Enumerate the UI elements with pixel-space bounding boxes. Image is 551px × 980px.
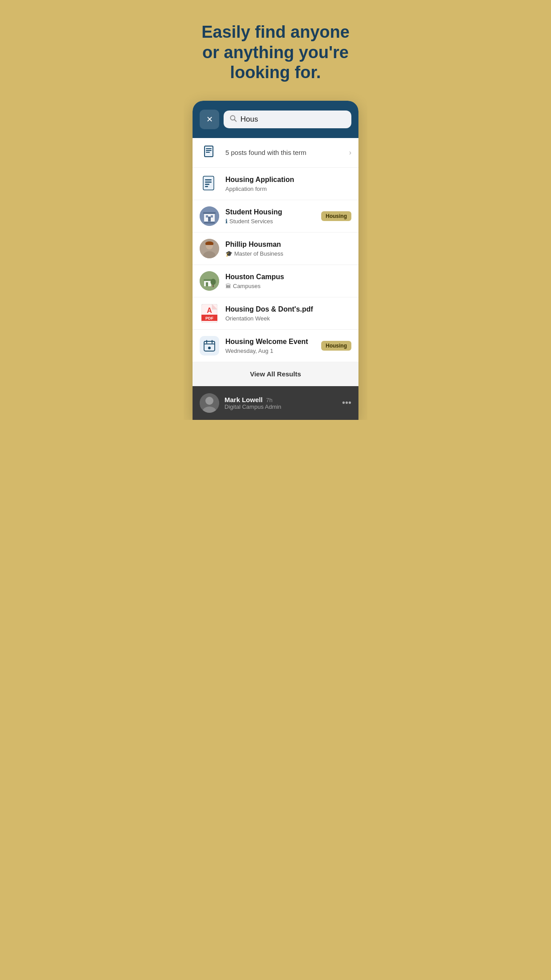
avatar-student-housing <box>200 206 219 226</box>
search-icon <box>230 115 237 124</box>
result-title: Housing Application <box>225 175 351 185</box>
svg-rect-14 <box>206 215 208 217</box>
result-housing-application[interactable]: Housing Application Application form <box>193 168 358 200</box>
view-all-label: View All Results <box>250 370 301 378</box>
result-subtitle: Orientation Week <box>225 315 351 322</box>
info-icon: ℹ <box>225 218 228 225</box>
svg-rect-3 <box>206 148 212 149</box>
search-row: ✕ Hous <box>200 110 351 138</box>
event-icon <box>200 336 219 356</box>
result-student-housing[interactable]: Student Housing ℹ Student Services Housi… <box>193 200 358 233</box>
svg-point-28 <box>211 279 216 285</box>
housing-tag-2: Housing <box>321 341 351 351</box>
result-text-houston: Houston Campus 🏛 Campuses <box>225 273 351 289</box>
hero-section: Easily find anyone or anything you're lo… <box>184 0 367 101</box>
svg-rect-9 <box>205 184 209 185</box>
view-all-button[interactable]: View All Results <box>193 362 358 386</box>
svg-line-1 <box>235 119 236 121</box>
svg-rect-26 <box>206 282 208 286</box>
svg-rect-7 <box>205 179 212 181</box>
doc-icon <box>200 174 219 194</box>
svg-rect-25 <box>204 279 212 281</box>
result-title: Housing Welcome Event <box>225 337 315 347</box>
result-text-housing-application: Housing Application Application form <box>225 175 351 192</box>
result-subtitle: ℹ Student Services <box>225 218 315 225</box>
chevron-right-icon: › <box>349 149 351 157</box>
campus-icon: 🏛 <box>225 283 231 289</box>
page-wrapper: Easily find anyone or anything you're lo… <box>184 0 367 420</box>
result-housing-event[interactable]: Housing Welcome Event Wednesday, Aug 1 H… <box>193 330 358 362</box>
svg-rect-13 <box>203 212 216 214</box>
svg-point-40 <box>208 347 211 349</box>
result-text-event: Housing Welcome Event Wednesday, Aug 1 <box>225 337 315 354</box>
housing-tag-1: Housing <box>321 211 351 221</box>
result-title: Housing Dos & Dont's.pdf <box>225 305 351 314</box>
result-subtitle: 🏛 Campuses <box>225 283 351 289</box>
svg-rect-16 <box>208 217 211 221</box>
posts-found-icon <box>200 145 219 160</box>
posts-found-text: 5 posts found with this term <box>225 149 343 156</box>
result-text-phillip: Phillip Housman 🎓 Master of Business <box>225 240 351 257</box>
svg-text:PDF: PDF <box>205 316 214 320</box>
posts-found-row[interactable]: 5 posts found with this term › <box>193 138 358 168</box>
svg-rect-15 <box>211 215 213 217</box>
svg-rect-17 <box>204 222 215 223</box>
user-avatar <box>200 393 219 413</box>
result-text-student-housing: Student Housing ℹ Student Services <box>225 208 315 225</box>
svg-rect-4 <box>206 150 212 151</box>
more-options-icon[interactable]: ••• <box>342 398 351 408</box>
svg-rect-36 <box>204 341 215 351</box>
bottom-section: Mark Lowell 7h Digital Campus Admin ••• <box>193 386 358 420</box>
user-info: Mark Lowell 7h Digital Campus Admin <box>224 396 337 410</box>
result-title: Phillip Housman <box>225 240 351 249</box>
close-button[interactable]: ✕ <box>200 110 219 129</box>
search-query-text: Hous <box>240 115 258 124</box>
avatar-phillip <box>200 239 219 258</box>
result-subtitle: 🎓 Master of Business <box>225 250 351 257</box>
result-text-pdf: Housing Dos & Dont's.pdf Orientation Wee… <box>225 305 351 322</box>
svg-rect-10 <box>205 186 208 187</box>
close-icon: ✕ <box>206 115 213 124</box>
avatar-houston <box>200 271 219 291</box>
svg-rect-2 <box>205 146 213 157</box>
result-title: Student Housing <box>225 208 315 217</box>
svg-rect-5 <box>206 152 210 153</box>
search-input-wrapper[interactable]: Hous <box>224 111 351 128</box>
user-name: Mark Lowell <box>224 396 263 403</box>
result-subtitle: Application form <box>225 186 351 192</box>
search-card: ✕ Hous <box>193 101 358 420</box>
user-time: 7h <box>266 397 272 403</box>
result-phillip-housman[interactable]: Phillip Housman 🎓 Master of Business <box>193 233 358 265</box>
result-subtitle: Wednesday, Aug 1 <box>225 348 315 354</box>
result-houston-campus[interactable]: Houston Campus 🏛 Campuses <box>193 265 358 297</box>
pdf-icon: PDF A <box>200 304 219 323</box>
results-list: 5 posts found with this term › Housing A… <box>193 138 358 386</box>
svg-point-42 <box>205 397 213 405</box>
result-housing-pdf[interactable]: PDF A Housing Dos & Dont's.pdf Orientati… <box>193 297 358 330</box>
svg-rect-6 <box>203 176 214 190</box>
user-role: Digital Campus Admin <box>224 403 337 410</box>
svg-rect-22 <box>205 243 213 245</box>
hero-title: Easily find anyone or anything you're lo… <box>197 22 354 83</box>
svg-text:A: A <box>207 307 212 314</box>
result-title: Houston Campus <box>225 273 351 282</box>
svg-rect-8 <box>205 182 212 183</box>
search-header: ✕ Hous <box>193 101 358 138</box>
graduation-icon: 🎓 <box>225 250 232 257</box>
